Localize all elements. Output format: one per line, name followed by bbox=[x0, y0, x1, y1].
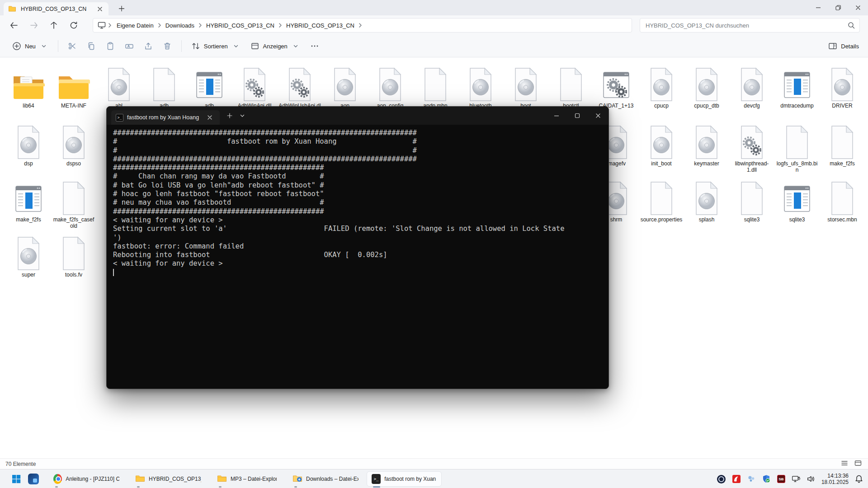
tray-o-app-icon[interactable] bbox=[717, 474, 726, 483]
explorer-tab[interactable]: HYBRID_COS_OP13_CN bbox=[4, 2, 108, 15]
volume-icon[interactable] bbox=[807, 474, 816, 483]
file-item[interactable]: devcfg bbox=[729, 63, 774, 109]
file-item[interactable]: aop_config bbox=[368, 63, 413, 109]
back-button[interactable] bbox=[7, 19, 21, 32]
tab-close-icon[interactable] bbox=[95, 4, 105, 14]
notification-bell-icon[interactable] bbox=[854, 474, 863, 483]
terminal-tab-dropdown-icon[interactable] bbox=[237, 110, 248, 121]
file-item[interactable]: dspso bbox=[51, 121, 96, 167]
file-item[interactable]: init_boot bbox=[639, 121, 684, 167]
file-item[interactable]: make_f2fs bbox=[6, 177, 51, 223]
file-label: libwinpthread-1.dll bbox=[730, 160, 774, 173]
share-button[interactable] bbox=[139, 38, 158, 54]
taskbar-clock[interactable]: 14:13:36 18.01.2025 bbox=[821, 473, 849, 485]
terminal-tab[interactable]: >_ fastboot rom by Xuan Hoang bbox=[111, 110, 220, 125]
taskbar-app-5[interactable]: >_fastboot rom by Xuan H bbox=[367, 471, 442, 487]
new-button[interactable]: Neu bbox=[7, 38, 53, 54]
search-input[interactable] bbox=[645, 22, 848, 29]
view-icon bbox=[250, 41, 260, 51]
file-item[interactable]: bluetooth bbox=[458, 63, 503, 109]
terminal-minimize-button[interactable] bbox=[546, 107, 567, 125]
taskbar-app-3[interactable]: MP3 – Datei-Explorer bbox=[212, 471, 281, 487]
copy-button[interactable] bbox=[82, 38, 101, 54]
terminal-title-bar[interactable]: >_ fastboot rom by Xuan Hoang bbox=[107, 107, 609, 125]
new-tab-button[interactable] bbox=[117, 4, 127, 14]
cut-icon bbox=[67, 41, 77, 51]
file-item[interactable]: cpucp bbox=[639, 63, 684, 109]
file-label: imagefv bbox=[607, 160, 626, 167]
tray-avira-icon[interactable] bbox=[732, 474, 741, 483]
file-item[interactable]: AdbWinApi.dll bbox=[232, 63, 277, 109]
system-tray: SB 14:13:36 18.01.2025 bbox=[717, 469, 868, 488]
pinned-app-button[interactable] bbox=[26, 472, 41, 486]
search-box[interactable] bbox=[640, 18, 860, 33]
file-item[interactable]: cpucp_dtb bbox=[684, 63, 729, 109]
start-button[interactable] bbox=[9, 472, 24, 486]
sort-button[interactable]: Sortieren bbox=[186, 38, 245, 54]
file-item[interactable]: apdp.mbn bbox=[413, 63, 458, 109]
address-bar[interactable]: Eigene DateinDownloadsHYBRID_COS_OP13_CN… bbox=[93, 18, 632, 33]
more-options-button[interactable] bbox=[305, 38, 324, 54]
terminal-tab-close-icon[interactable] bbox=[204, 112, 215, 123]
forward-button[interactable] bbox=[27, 19, 41, 32]
file-item[interactable]: super bbox=[6, 232, 51, 278]
terminal-close-button[interactable] bbox=[588, 107, 609, 125]
screen: HYBRID_COS_OP13_CN Eigene DateinDownload… bbox=[0, 0, 868, 488]
file-item[interactable]: tools.fv bbox=[51, 232, 96, 278]
file-item[interactable]: dsp bbox=[6, 121, 51, 167]
file-item[interactable]: logfs_ufs_8mb.bin bbox=[774, 121, 820, 173]
file-item[interactable]: adb bbox=[187, 63, 232, 109]
file-item[interactable]: bootctl bbox=[548, 63, 594, 109]
tray-sb-icon[interactable]: SB bbox=[777, 474, 786, 483]
taskbar-app-label: HYBRID_COS_OP13_CN - bbox=[149, 476, 201, 482]
network-icon[interactable] bbox=[792, 474, 801, 483]
rename-button[interactable] bbox=[120, 38, 139, 54]
downloads-folder-icon bbox=[292, 474, 302, 484]
refresh-button[interactable] bbox=[67, 19, 80, 32]
close-button[interactable] bbox=[848, 0, 868, 15]
file-item[interactable]: keymaster bbox=[684, 121, 729, 167]
tray-security-shield-icon[interactable] bbox=[762, 474, 771, 483]
file-icon-page bbox=[59, 232, 89, 270]
file-label: cpucp bbox=[654, 103, 669, 109]
taskbar-app-4[interactable]: Downloads – Datei-Expl bbox=[288, 471, 363, 487]
file-item[interactable]: aop bbox=[322, 63, 368, 109]
file-item[interactable]: CAIDAT_1+13 bbox=[594, 63, 639, 109]
terminal-maximize-button[interactable] bbox=[567, 107, 588, 125]
file-item[interactable]: sqlite3 bbox=[774, 177, 820, 223]
delete-button[interactable] bbox=[158, 38, 177, 54]
taskbar-app-1[interactable]: Anleitung - [PJZ110] Colo bbox=[49, 471, 124, 487]
file-item[interactable]: boot bbox=[503, 63, 548, 109]
file-item[interactable]: dmtracedump bbox=[774, 63, 820, 109]
file-item[interactable]: make_f2fs_casefold bbox=[51, 177, 96, 229]
minimize-button[interactable] bbox=[808, 0, 828, 15]
file-item[interactable]: libwinpthread-1.dll bbox=[729, 121, 774, 173]
details-pane-button[interactable]: Details bbox=[828, 41, 859, 51]
paste-button[interactable] bbox=[101, 38, 120, 54]
tray-bubbles-icon[interactable] bbox=[747, 474, 756, 483]
file-item[interactable]: abl bbox=[96, 63, 142, 109]
file-item[interactable]: sqlite3 bbox=[729, 177, 774, 223]
list-view-toggle-icon[interactable] bbox=[841, 460, 848, 468]
breadcrumb-item[interactable]: Eigene Datein bbox=[114, 21, 156, 30]
details-view-toggle-icon[interactable] bbox=[854, 460, 862, 468]
file-item[interactable]: storsec.mbn bbox=[820, 177, 865, 223]
maximize-button[interactable] bbox=[828, 0, 848, 15]
file-item[interactable]: make_f2fs bbox=[820, 121, 865, 167]
up-button[interactable] bbox=[47, 19, 61, 32]
terminal-new-tab-button[interactable] bbox=[224, 110, 235, 121]
file-item[interactable]: lib64 bbox=[6, 63, 51, 109]
breadcrumb-item[interactable]: Downloads bbox=[163, 21, 197, 30]
file-item[interactable]: adb bbox=[142, 63, 187, 109]
view-button[interactable]: Anzeigen bbox=[245, 38, 305, 54]
file-item[interactable]: splash bbox=[684, 177, 729, 223]
cut-button[interactable] bbox=[63, 38, 82, 54]
breadcrumb-item[interactable]: HYBRID_COS_OP13_CN bbox=[203, 21, 277, 30]
file-item[interactable]: DRIVER bbox=[820, 63, 865, 109]
file-label: storsec.mbn bbox=[827, 216, 857, 223]
file-item[interactable]: META-INF bbox=[51, 63, 96, 109]
terminal-window[interactable]: >_ fastboot rom by Xuan Hoang ##########… bbox=[106, 106, 609, 389]
breadcrumb-item[interactable]: HYBRID_COS_OP13_CN bbox=[283, 21, 357, 30]
file-item[interactable]: source.properties bbox=[639, 177, 684, 223]
taskbar-app-2[interactable]: HYBRID_COS_OP13_CN - bbox=[131, 471, 206, 487]
